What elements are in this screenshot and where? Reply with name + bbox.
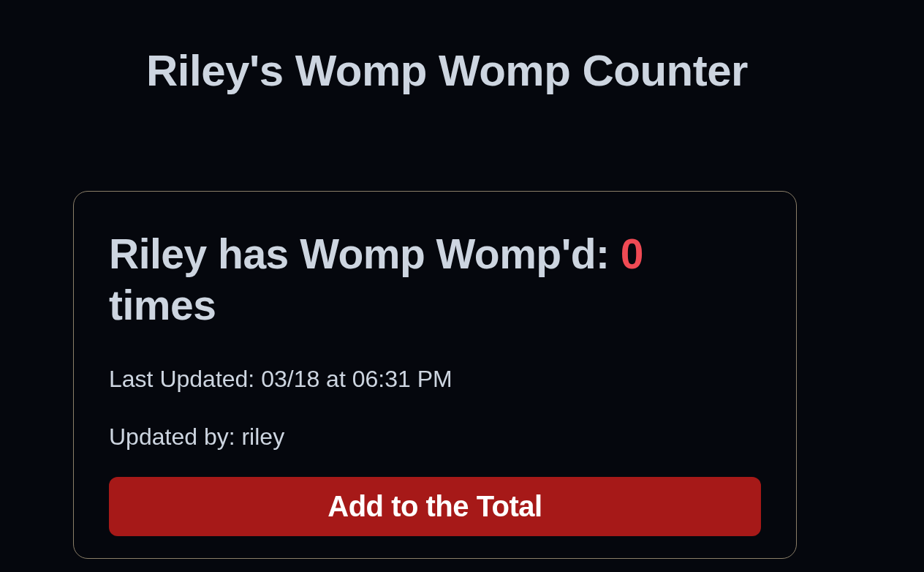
last-updated-line: Last Updated: 03/18 at 06:31 PM <box>109 366 761 393</box>
count-value: 0 <box>621 230 643 277</box>
count-heading: Riley has Womp Womp'd: 0 times <box>109 228 761 331</box>
updated-by-line: Updated by: riley <box>109 424 761 451</box>
updated-by-value: riley <box>241 424 284 450</box>
last-updated-value: 03/18 at 06:31 PM <box>261 366 452 392</box>
updated-by-label: Updated by: <box>109 424 241 450</box>
count-prefix: Riley has Womp Womp'd: <box>109 230 621 277</box>
counter-card: Riley has Womp Womp'd: 0 times Last Upda… <box>73 191 797 559</box>
last-updated-label: Last Updated: <box>109 366 261 392</box>
page-title: Riley's Womp Womp Counter <box>146 45 924 96</box>
count-suffix: times <box>109 282 216 328</box>
add-to-total-button[interactable]: Add to the Total <box>109 477 761 536</box>
